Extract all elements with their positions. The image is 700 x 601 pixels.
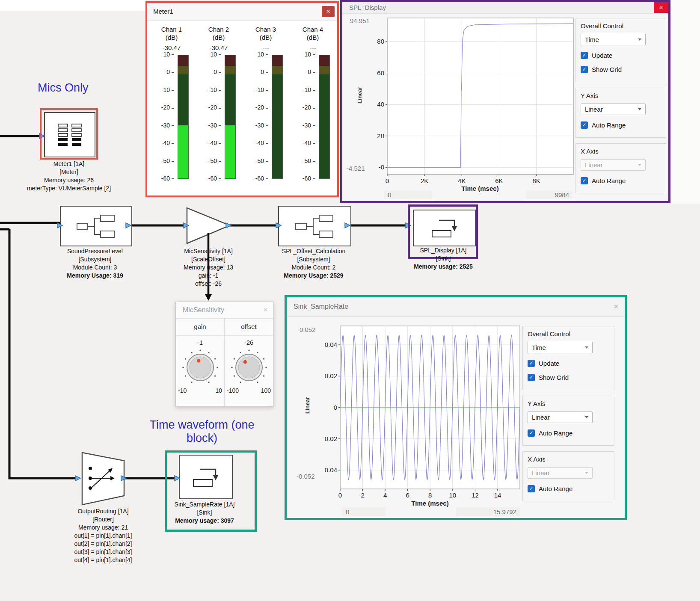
close-icon[interactable]: ✕ <box>322 6 335 17</box>
svg-text:4K: 4K <box>458 177 466 184</box>
meter-channel: Chan 1(dB)-30.47100-10-20-30-40-50-60 <box>148 20 195 195</box>
checkbox-checked-icon: ✓ <box>528 485 535 492</box>
y-scale-select[interactable]: Linear <box>528 412 593 423</box>
y-max-readout: 0.052 <box>300 326 316 333</box>
meter-scale-tick: 10 <box>248 51 268 58</box>
close-icon[interactable]: ✕ <box>613 297 619 316</box>
domain-select[interactable]: Time <box>581 34 646 45</box>
meter-scale-tick: -40 <box>295 139 315 146</box>
offset-knob[interactable] <box>225 349 273 387</box>
vu-meter-bar <box>178 55 189 179</box>
x-start-readout: 0 <box>384 190 432 199</box>
annotation-time-waveform: Time waveform (one block) <box>140 418 264 445</box>
meter-scale-tick: -10 <box>154 86 174 93</box>
channel-label: Chan 4 <box>289 25 336 33</box>
input-arrow-icon <box>75 476 80 481</box>
chevron-down-icon <box>638 164 641 166</box>
svg-text:10: 10 <box>449 491 456 499</box>
meter-scale-tick: -50 <box>248 157 268 164</box>
knob-range: -1010 <box>176 387 224 394</box>
meter-scale-tick: 0 <box>201 68 221 75</box>
svg-text:14: 14 <box>494 491 501 499</box>
svg-text:6: 6 <box>406 491 409 499</box>
x-end-readout: 9984 <box>526 190 572 199</box>
channel-label: Chan 2 <box>195 25 242 33</box>
sink-samplerate-chart: 024681012140.040.0200.020.04 <box>323 322 533 501</box>
soundpressurelevel-caption: SoundPressureLevel [Subsystem] Module Co… <box>56 247 133 280</box>
output-arrow-icon <box>226 223 231 228</box>
chevron-down-icon <box>585 416 588 418</box>
meter-scale-tick: -20 <box>201 104 221 111</box>
checkbox-checked-icon: ✓ <box>581 177 588 184</box>
gain-knob[interactable] <box>176 349 224 387</box>
designer-canvas: Mics Only Time waveform (one block) Mete… <box>0 0 700 601</box>
checkbox-checked-icon: ✓ <box>528 360 535 367</box>
meter-scale-tick: -50 <box>154 157 174 164</box>
svg-text:0.02: 0.02 <box>325 372 337 379</box>
meter-scale-tick: 0 <box>248 68 268 75</box>
show-grid-checkbox[interactable]: ✓ Show Grid <box>528 374 609 381</box>
y-min-readout: -4.521 <box>347 165 365 172</box>
meter-scale-tick: -20 <box>154 104 174 111</box>
svg-text:0.04: 0.04 <box>325 341 337 348</box>
spl-display-chart: 02K4K6K8K80604020-0 <box>371 16 577 187</box>
x-scale-select[interactable]: Linear <box>528 467 593 479</box>
knob-label: gain <box>176 318 224 336</box>
window-title: Meter1 <box>153 3 173 20</box>
micsensitivity-window-titlebar[interactable]: MicSensitivity ✕ <box>176 302 273 319</box>
micsensitivity-window: MicSensitivity ✕ gain -1 -1010 offset -2… <box>175 302 273 407</box>
svg-text:6K: 6K <box>495 177 503 184</box>
overall-control-group: Overall Control Time ✓ Update ✓ Show Gri… <box>522 326 614 390</box>
meter-scale-tick: 10 <box>154 51 174 58</box>
x-auto-range-checkbox[interactable]: ✓ Auto Range <box>581 177 661 184</box>
annotation-mics-only: Mics Only <box>38 81 89 95</box>
y-scale-select[interactable]: Linear <box>581 104 646 115</box>
close-icon[interactable]: ✕ <box>654 2 668 13</box>
vu-meter-bar <box>272 55 283 179</box>
knob-icon <box>228 349 270 387</box>
sink-window-titlebar[interactable]: Sink_SampleRate ✕ <box>287 297 625 317</box>
meter-scale-tick: 10 <box>295 51 315 58</box>
svg-text:0: 0 <box>338 491 342 499</box>
chevron-down-icon <box>585 472 588 474</box>
output-arrow-icon <box>121 476 126 481</box>
meter-channel: Chan 3(dB)---100-10-20-30-40-50-60 <box>242 20 289 195</box>
close-icon[interactable]: ✕ <box>263 302 268 318</box>
sink-control-panel: Overall Control Time ✓ Update ✓ Show Gri… <box>522 326 614 507</box>
checkbox-checked-icon: ✓ <box>528 429 535 437</box>
update-checkbox[interactable]: ✓ Update <box>528 360 609 367</box>
window-title: Sink_SampleRate <box>294 297 348 316</box>
svg-text:20: 20 <box>377 132 384 139</box>
show-grid-checkbox[interactable]: ✓ Show Grid <box>581 66 661 73</box>
y-auto-range-checkbox[interactable]: ✓ Auto Range <box>528 429 609 437</box>
output-arrow-icon <box>126 223 131 228</box>
channel-unit: (dB) <box>242 33 289 41</box>
domain-select[interactable]: Time <box>528 342 593 353</box>
input-arrow-icon <box>57 223 62 228</box>
svg-text:0: 0 <box>386 177 389 184</box>
vu-meter: 100-10-20-30-40-50-60 <box>154 55 190 179</box>
x-axis-label: Time (msec) <box>442 185 519 192</box>
meter1-window-titlebar[interactable]: Meter1 ✕ <box>147 3 337 21</box>
x-scale-select[interactable]: Linear <box>581 159 646 171</box>
channel-value: --- <box>242 44 289 51</box>
meter-channel: Chan 2(dB)-30.47100-10-20-30-40-50-60 <box>195 20 242 195</box>
meter-scale-tick: -60 <box>248 175 268 182</box>
spl-control-panel: Overall Control Time ✓ Update ✓ Show Gri… <box>575 18 666 199</box>
x-axis-group: X Axis Linear ✓ Auto Range <box>575 143 666 193</box>
knob-value: -1 <box>176 336 224 349</box>
input-arrow-icon <box>406 223 411 228</box>
x-end-readout: 15.9792 <box>456 507 520 516</box>
spl-window-titlebar[interactable]: SPL_Display ✕ <box>342 2 668 14</box>
y-min-readout: -0.052 <box>297 473 315 480</box>
offset-knob-group: offset -26 -100100 <box>225 318 273 406</box>
meter-scale-tick: 0 <box>154 68 174 75</box>
svg-text:60: 60 <box>377 69 384 77</box>
x-axis-label: Time (msec) <box>392 500 469 507</box>
y-auto-range-checkbox[interactable]: ✓ Auto Range <box>581 121 661 129</box>
x-auto-range-checkbox[interactable]: ✓ Auto Range <box>528 485 609 492</box>
meter-scale-tick: -50 <box>201 157 221 164</box>
update-checkbox[interactable]: ✓ Update <box>581 52 661 59</box>
spl-display-window: SPL_Display ✕ 94.951 -4.521 Linear 02K4K… <box>340 0 670 203</box>
x-start-readout: 0 <box>342 507 385 516</box>
